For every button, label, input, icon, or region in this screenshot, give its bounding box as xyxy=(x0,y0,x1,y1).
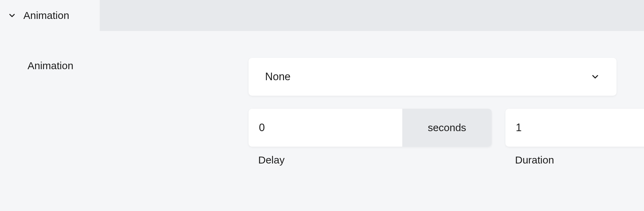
timing-row: seconds Delay seconds Duration xyxy=(249,109,616,166)
delay-unit: seconds xyxy=(402,109,492,147)
duration-field-group: seconds Duration xyxy=(505,109,644,166)
animation-select-value: None xyxy=(265,71,291,83)
duration-input-wrap: seconds xyxy=(505,109,644,147)
section-label: Animation xyxy=(28,58,249,72)
header-spacer xyxy=(100,0,644,31)
duration-label: Duration xyxy=(505,154,644,166)
delay-label: Delay xyxy=(249,154,492,166)
header-bar: Animation xyxy=(0,0,644,31)
tab-label: Animation xyxy=(23,10,69,21)
duration-input[interactable] xyxy=(505,109,644,147)
content-area: Animation None seconds Delay s xyxy=(0,31,644,166)
tab-animation[interactable]: Animation xyxy=(0,0,100,31)
delay-input-wrap: seconds xyxy=(249,109,492,147)
controls: None seconds Delay seconds Du xyxy=(249,58,616,166)
chevron-down-icon xyxy=(7,10,17,21)
chevron-down-icon xyxy=(590,72,600,82)
delay-field-group: seconds Delay xyxy=(249,109,492,166)
delay-input[interactable] xyxy=(249,109,402,147)
animation-select[interactable]: None xyxy=(249,58,616,96)
